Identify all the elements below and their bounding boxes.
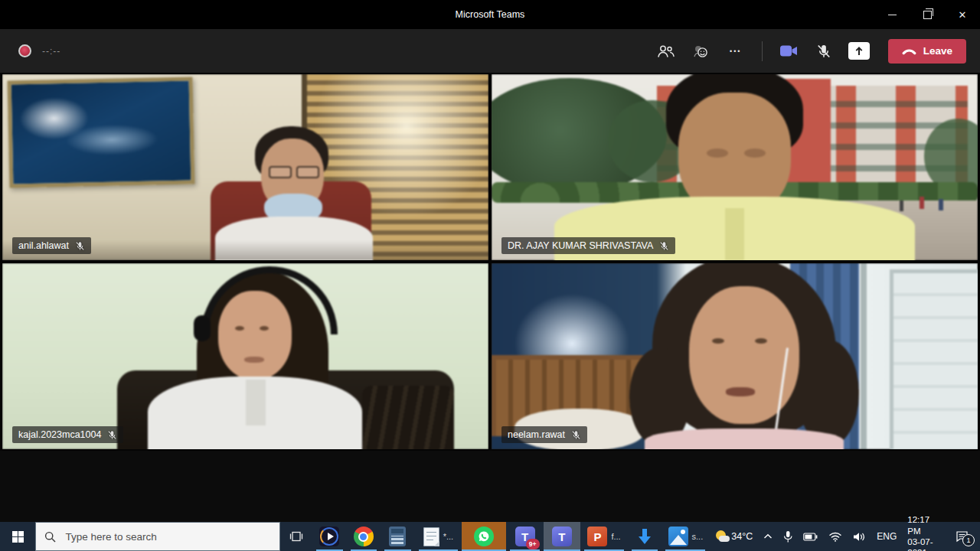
- date-label: 03-07-2021: [907, 536, 943, 551]
- media-player-icon: [319, 527, 339, 546]
- leave-label: Leave: [923, 45, 952, 57]
- calculator-icon: [389, 527, 406, 546]
- search-input[interactable]: [36, 530, 279, 543]
- battery-status-button[interactable]: [798, 522, 823, 551]
- teams-icon: T: [552, 527, 572, 546]
- notepad-app-button[interactable]: *...: [415, 522, 462, 551]
- close-icon: ✕: [959, 10, 967, 20]
- meeting-timer: --:--: [42, 46, 60, 57]
- more-actions-button[interactable]: •••: [719, 34, 753, 68]
- recording-indicator-icon: [18, 44, 31, 57]
- glass-door: [890, 269, 978, 449]
- teams-meeting-app-button[interactable]: T: [544, 522, 580, 551]
- photos-app-button[interactable]: s...: [662, 522, 709, 551]
- share-screen-icon: [854, 46, 864, 56]
- participant-name: DR. AJAY KUMAR SHRIVASTAVA: [508, 240, 653, 251]
- mic-muted-icon: [659, 241, 669, 251]
- notepad-icon: [423, 527, 439, 546]
- participant-nametag: DR. AJAY KUMAR SHRIVASTAVA: [501, 237, 675, 254]
- weather-sun-icon: [714, 530, 730, 543]
- powerpoint-app-button[interactable]: P f...: [580, 522, 628, 551]
- powerpoint-icon: P: [587, 527, 607, 546]
- mic-muted-icon: [571, 430, 581, 440]
- close-button[interactable]: ✕: [945, 0, 980, 29]
- volume-button[interactable]: [848, 522, 871, 551]
- tray-overflow-button[interactable]: [758, 522, 778, 551]
- participant-name: anil.ahlawat: [18, 240, 69, 251]
- participant-filmstrip: +22 yash.2023mca1069: [0, 451, 980, 522]
- windows-taskbar: *... T 9+ T P f...: [0, 522, 980, 551]
- video-feed: [492, 263, 978, 449]
- action-center-button[interactable]: 1: [951, 522, 980, 551]
- media-player-app-button[interactable]: [312, 522, 346, 551]
- weather-widget[interactable]: 34°C: [709, 522, 758, 551]
- battery-icon: [803, 533, 818, 541]
- minimize-icon: [888, 14, 897, 15]
- picture-frame: [8, 77, 195, 187]
- participant-nametag: kajal.2023mca1004: [12, 426, 123, 443]
- task-view-icon: [289, 530, 303, 543]
- taskbar-search[interactable]: [35, 522, 279, 551]
- mic-toggle-button[interactable]: [807, 34, 841, 68]
- share-screen-button[interactable]: [842, 34, 876, 68]
- reactions-button[interactable]: [684, 34, 717, 68]
- restore-button[interactable]: [910, 0, 945, 29]
- mic-muted-icon: [107, 430, 117, 440]
- notepad-window-label: *...: [443, 532, 453, 541]
- video-tile-ajay[interactable]: DR. AJAY KUMAR SHRIVASTAVA: [492, 74, 978, 260]
- photos-window-label: s...: [692, 532, 704, 541]
- time-label: 12:17 PM: [907, 514, 943, 536]
- camera-toggle-button[interactable]: [772, 34, 805, 68]
- windows-logo-icon: [12, 531, 24, 543]
- window-title: Microsoft Teams: [106, 9, 874, 20]
- video-grid: anil.ahlawat: [0, 73, 980, 451]
- photos-icon: [668, 527, 688, 546]
- video-tile-kajal[interactable]: kajal.2023mca1004: [2, 263, 488, 449]
- minimize-button[interactable]: [874, 0, 910, 29]
- teams-unread-badge: 9+: [526, 539, 540, 549]
- participants-button[interactable]: [648, 34, 682, 68]
- person-silhouette: [171, 271, 354, 449]
- network-status-button[interactable]: [823, 522, 848, 551]
- participants-icon: [656, 44, 675, 58]
- whatsapp-app-button[interactable]: [462, 522, 506, 551]
- person-silhouette: [579, 74, 890, 260]
- language-label: ENG: [877, 531, 897, 542]
- video-feed: [492, 74, 978, 260]
- microphone-icon: [783, 530, 792, 543]
- language-indicator[interactable]: ENG: [871, 522, 902, 551]
- task-view-button[interactable]: [280, 522, 313, 551]
- downloads-app-button[interactable]: [628, 522, 662, 551]
- toolbar-divider: [762, 41, 763, 61]
- video-tile-anil[interactable]: anil.ahlawat: [2, 74, 488, 260]
- restore-icon: [923, 11, 932, 19]
- download-arrow-icon: [636, 527, 653, 546]
- chevron-up-icon: [763, 533, 773, 540]
- leave-button[interactable]: Leave: [888, 39, 966, 64]
- search-icon: [44, 531, 56, 543]
- mic-muted-icon: [75, 241, 85, 251]
- speaker-icon: [853, 532, 866, 542]
- powerpoint-window-label: f...: [611, 532, 620, 541]
- hangup-icon: [902, 47, 916, 55]
- video-feed: [2, 263, 488, 449]
- clock[interactable]: 12:17 PM 03-07-2021: [902, 522, 951, 551]
- calculator-app-button[interactable]: [381, 522, 414, 551]
- start-button[interactable]: [0, 522, 35, 551]
- video-feed: [2, 74, 488, 260]
- screen: Microsoft Teams ✕ --:--: [0, 0, 980, 551]
- temperature-label: 34°C: [731, 531, 753, 542]
- chrome-icon: [354, 527, 374, 546]
- teams-chat-app-button[interactable]: T 9+: [506, 522, 543, 551]
- camera-on-icon: [779, 44, 798, 57]
- wifi-icon: [828, 532, 842, 542]
- whatsapp-icon: [474, 527, 494, 546]
- participant-name: kajal.2023mca1004: [18, 429, 101, 440]
- video-tile-neelam[interactable]: neelam.rawat: [492, 263, 978, 449]
- pink-top: [645, 429, 844, 449]
- tray-mic-button[interactable]: [778, 522, 798, 551]
- chrome-app-button[interactable]: [347, 522, 381, 551]
- participant-name: neelam.rawat: [508, 429, 565, 440]
- notification-count-badge: 1: [962, 534, 975, 546]
- participant-nametag: neelam.rawat: [501, 426, 587, 443]
